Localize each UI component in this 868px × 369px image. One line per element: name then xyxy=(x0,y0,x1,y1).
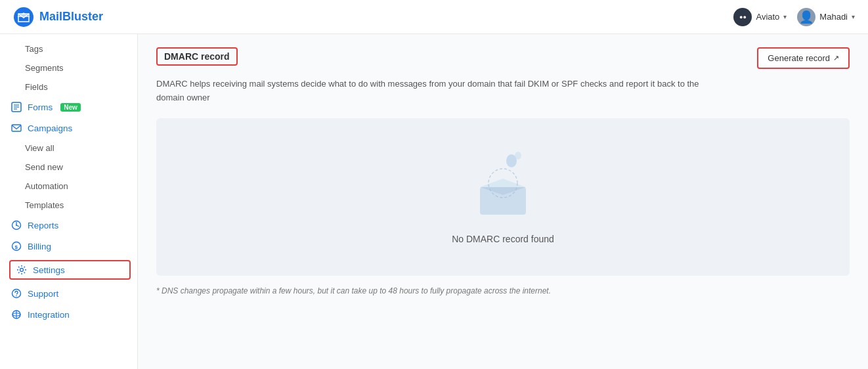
support-icon xyxy=(11,288,22,299)
main-content: DMARC record DMARC helps receiving mail … xyxy=(138,34,868,369)
header-user-area: ●● Aviato ▾ 👤 Mahadi ▾ xyxy=(733,8,855,26)
mahadi-name: Mahadi xyxy=(819,12,848,22)
svg-point-7 xyxy=(16,225,17,226)
sidebar-item-segments[interactable]: Segments xyxy=(0,58,137,77)
sidebar-item-settings[interactable]: Settings xyxy=(0,257,137,283)
sidebar: Tags Segments Fields Forms New xyxy=(0,34,138,369)
aviato-name: Aviato xyxy=(756,12,779,22)
sidebar-label-billing: Billing xyxy=(28,242,51,251)
svg-text:$: $ xyxy=(15,244,18,250)
sidebar-item-templates[interactable]: Templates xyxy=(0,196,137,215)
billing-icon: $ xyxy=(11,240,22,252)
svg-point-10 xyxy=(20,269,24,272)
sidebar-label-fields: Fields xyxy=(25,82,48,92)
forms-new-badge: New xyxy=(60,103,81,112)
email-icon xyxy=(11,122,22,134)
form-icon xyxy=(11,101,22,113)
sidebar-item-automation[interactable]: Automation xyxy=(0,177,137,196)
empty-state-icon xyxy=(460,149,546,223)
integration-icon xyxy=(11,309,22,320)
mahadi-avatar: 👤 xyxy=(797,8,815,26)
mahadi-user[interactable]: 👤 Mahadi ▾ xyxy=(797,8,855,26)
sidebar-label-campaigns: Campaigns xyxy=(28,123,72,133)
header: MailBluster ●● Aviato ▾ 👤 Mahadi ▾ xyxy=(0,0,868,34)
section-title-box: DMARC record xyxy=(156,47,238,66)
aviato-chevron-icon: ▾ xyxy=(783,13,787,20)
settings-icon xyxy=(16,264,28,276)
section-title: DMARC record xyxy=(164,51,230,62)
svg-point-12 xyxy=(16,295,17,297)
section-description: DMARC helps receiving mail systems decid… xyxy=(156,77,721,105)
reports-icon xyxy=(11,219,22,231)
title-row: DMARC record DMARC helps receiving mail … xyxy=(156,47,850,118)
sidebar-label-templates: Templates xyxy=(25,200,64,210)
sidebar-label-integration: Integration xyxy=(28,310,70,320)
generate-record-button[interactable]: Generate record ↗ xyxy=(757,47,850,69)
sidebar-item-tags[interactable]: Tags xyxy=(0,39,137,58)
sidebar-label-tags: Tags xyxy=(25,44,43,54)
sidebar-item-reports[interactable]: Reports xyxy=(0,215,137,236)
logo-area: MailBluster xyxy=(13,7,103,28)
sidebar-label-reports: Reports xyxy=(28,221,58,230)
sidebar-item-send-new[interactable]: Send new xyxy=(0,158,137,177)
svg-point-15 xyxy=(515,152,521,160)
sidebar-item-forms[interactable]: Forms New xyxy=(0,97,137,118)
sidebar-item-view-all[interactable]: View all xyxy=(0,139,137,158)
generate-record-label: Generate record xyxy=(768,53,830,63)
dns-note: * DNS changes propagate within a few hou… xyxy=(156,286,850,295)
mahadi-chevron-icon: ▾ xyxy=(852,13,855,20)
sidebar-label-segments: Segments xyxy=(25,63,64,73)
sidebar-item-integration[interactable]: Integration xyxy=(0,304,137,325)
aviato-avatar: ●● xyxy=(733,8,752,26)
section-title-area: DMARC record DMARC helps receiving mail … xyxy=(156,47,721,118)
sidebar-item-support[interactable]: Support xyxy=(0,283,137,304)
svg-point-11 xyxy=(12,290,21,298)
svg-rect-5 xyxy=(12,125,21,131)
empty-state-text: No DMARC record found xyxy=(452,234,554,244)
generate-btn-area: Generate record ↗ xyxy=(757,47,850,69)
empty-state-box: No DMARC record found xyxy=(156,118,850,276)
sidebar-item-billing[interactable]: $ Billing xyxy=(0,236,137,257)
sidebar-label-view-all: View all xyxy=(25,143,54,153)
aviato-user[interactable]: ●● Aviato ▾ xyxy=(733,8,787,26)
sidebar-label-support: Support xyxy=(28,289,58,299)
sidebar-label-send-new: Send new xyxy=(25,162,63,172)
mailbluster-logo-icon xyxy=(13,7,34,28)
sidebar-item-campaigns[interactable]: Campaigns xyxy=(0,118,137,139)
external-link-icon: ↗ xyxy=(833,54,839,62)
sidebar-label-forms: Forms xyxy=(28,102,53,112)
sidebar-item-fields[interactable]: Fields xyxy=(0,77,137,97)
main-layout: Tags Segments Fields Forms New xyxy=(0,34,868,369)
sidebar-label-settings: Settings xyxy=(33,265,65,275)
sidebar-label-automation: Automation xyxy=(25,181,68,191)
logo-text: MailBluster xyxy=(39,10,103,24)
